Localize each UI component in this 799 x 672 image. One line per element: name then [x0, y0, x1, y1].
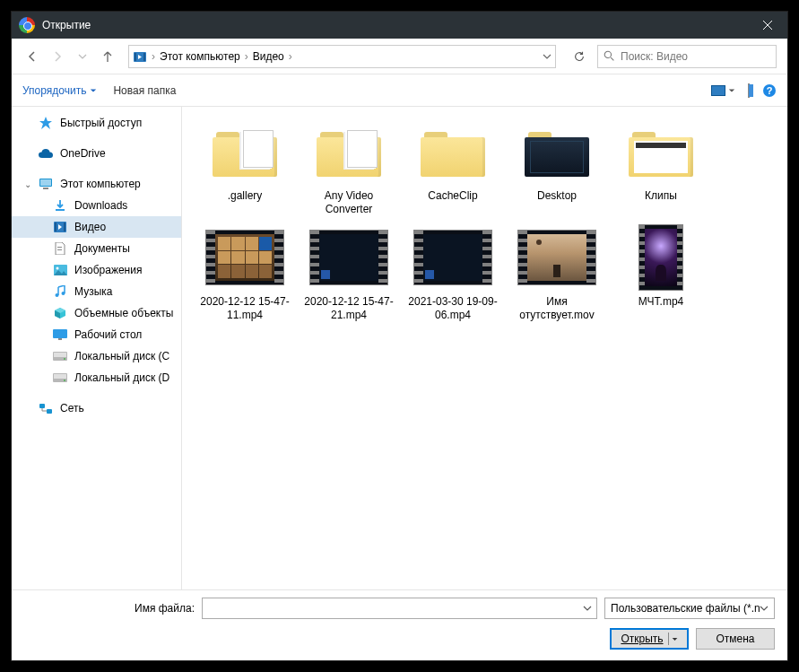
- new-folder-button[interactable]: Новая папка: [113, 84, 176, 97]
- file-name: МЧТ.mp4: [638, 295, 684, 309]
- chevron-down-icon: [90, 87, 97, 94]
- network-icon: [39, 401, 53, 415]
- chevron-right-icon[interactable]: ›: [289, 50, 292, 63]
- cancel-button[interactable]: Отмена: [696, 628, 775, 650]
- file-name: Клипы: [645, 189, 677, 203]
- desktop-icon: [53, 327, 67, 342]
- open-button[interactable]: Открыть: [610, 628, 689, 650]
- address-dropdown[interactable]: [543, 52, 551, 61]
- svg-rect-19: [53, 329, 67, 338]
- file-item[interactable]: Клипы: [611, 116, 711, 216]
- sidebar-downloads[interactable]: Downloads: [12, 195, 181, 216]
- file-name: 2020-12-12 15-47-21.mp4: [300, 295, 397, 322]
- svg-rect-13: [57, 247, 62, 248]
- file-item[interactable]: .gallery: [195, 116, 295, 216]
- filename-input[interactable]: [202, 598, 597, 619]
- sidebar-documents[interactable]: Документы: [12, 238, 181, 259]
- svg-point-18: [62, 292, 65, 295]
- image-icon: [53, 263, 67, 277]
- organize-menu[interactable]: Упорядочить: [22, 84, 97, 97]
- breadcrumb-root[interactable]: Этот компьютер: [160, 50, 240, 63]
- thumbnail: [621, 222, 700, 293]
- svg-point-17: [56, 293, 59, 297]
- thumbnail: [413, 116, 492, 188]
- sidebar-network[interactable]: Сеть: [12, 397, 181, 419]
- star-icon: [39, 116, 53, 130]
- filetype-select[interactable]: Пользовательские файлы (*.n: [604, 598, 775, 619]
- breadcrumb-segment[interactable]: Видео: [253, 50, 284, 63]
- file-item[interactable]: CacheClip: [403, 116, 503, 216]
- file-name: 2020-12-12 15-47-11.mp4: [196, 295, 293, 322]
- svg-rect-20: [58, 338, 62, 340]
- sidebar: Быстрый доступ OneDrive ⌄ Этот компьютер…: [12, 107, 182, 589]
- sidebar-music[interactable]: Музыка: [12, 281, 181, 302]
- file-item[interactable]: МЧТ.mp4: [611, 222, 711, 322]
- close-button[interactable]: [748, 12, 787, 39]
- sidebar-disk-d[interactable]: Локальный диск (D: [12, 367, 181, 388]
- file-name: 2021-03-30 19-09-06.mp4: [404, 295, 501, 322]
- file-item[interactable]: 2020-12-12 15-47-11.mp4: [195, 222, 295, 322]
- thumbnail: [205, 116, 284, 188]
- chevron-down-icon: [728, 87, 735, 94]
- drive-icon: [53, 349, 67, 363]
- svg-rect-22: [54, 353, 66, 357]
- preview-pane-button[interactable]: [748, 84, 750, 97]
- sidebar-onedrive[interactable]: OneDrive: [12, 143, 181, 164]
- chevron-right-icon[interactable]: ›: [245, 50, 248, 63]
- help-button[interactable]: ?: [762, 83, 777, 98]
- thumbnails-icon: [711, 85, 725, 96]
- filename-label: Имя файла:: [24, 602, 195, 615]
- sidebar-images[interactable]: Изображения: [12, 259, 181, 281]
- pc-icon: [39, 177, 53, 191]
- music-icon: [53, 284, 67, 299]
- thumbnail: [309, 116, 388, 188]
- document-icon: [53, 241, 67, 256]
- file-item[interactable]: 2021-03-30 19-09-06.mp4: [403, 222, 503, 322]
- chevron-down-icon[interactable]: ⌄: [24, 179, 31, 189]
- file-item[interactable]: Desktop: [507, 116, 607, 216]
- video-library-icon: [53, 220, 67, 234]
- open-file-dialog: Открытие › Этот компьютер › Видео › Поис…: [11, 11, 788, 661]
- svg-rect-11: [55, 223, 56, 231]
- thumbnail: [205, 222, 284, 293]
- chevron-down-icon: [760, 604, 769, 613]
- up-button[interactable]: [98, 47, 117, 66]
- search-icon: [604, 50, 615, 62]
- file-list[interactable]: .galleryAny Video ConverterCacheClipDesk…: [182, 107, 787, 589]
- chevron-down-icon: [672, 636, 678, 642]
- file-item[interactable]: 2020-12-12 15-47-21.mp4: [299, 222, 399, 322]
- bottom-bar: Имя файла: Пользовательские файлы (*.n О…: [12, 589, 787, 660]
- address-bar[interactable]: › Этот компьютер › Видео ›: [128, 45, 556, 68]
- sidebar-video[interactable]: Видео: [12, 216, 181, 238]
- thumbnail: [517, 116, 596, 188]
- svg-point-16: [56, 267, 58, 270]
- cube-icon: [53, 306, 67, 320]
- file-name: CacheClip: [428, 189, 477, 203]
- recent-dropdown[interactable]: [73, 47, 92, 66]
- sidebar-this-pc[interactable]: ⌄ Этот компьютер: [12, 173, 181, 195]
- svg-rect-25: [54, 374, 66, 379]
- view-menu[interactable]: [711, 85, 735, 96]
- search-placeholder: Поиск: Видео: [621, 50, 688, 63]
- svg-rect-9: [56, 209, 65, 211]
- sidebar-disk-c[interactable]: Локальный диск (C: [12, 345, 181, 367]
- forward-button[interactable]: [48, 47, 67, 66]
- svg-rect-12: [64, 223, 65, 231]
- svg-point-26: [64, 380, 65, 381]
- video-library-icon: [133, 49, 147, 64]
- filename-dropdown[interactable]: [578, 598, 596, 618]
- file-item[interactable]: Имя отутствует.mov: [507, 222, 607, 322]
- search-input[interactable]: Поиск: Видео: [597, 45, 777, 68]
- thumbnail: [621, 116, 700, 188]
- thumbnail: [517, 222, 596, 293]
- sidebar-quick-access[interactable]: Быстрый доступ: [12, 112, 181, 134]
- file-name: Any Video Converter: [300, 189, 397, 216]
- refresh-button[interactable]: [567, 45, 592, 68]
- sidebar-3d-objects[interactable]: Объемные объекты: [12, 302, 181, 324]
- svg-rect-1: [135, 53, 136, 61]
- back-button[interactable]: [22, 47, 42, 66]
- sidebar-desktop[interactable]: Рабочий стол: [12, 324, 181, 345]
- file-item[interactable]: Any Video Converter: [299, 116, 399, 216]
- file-name: .gallery: [228, 189, 263, 203]
- chevron-right-icon[interactable]: ›: [152, 50, 155, 63]
